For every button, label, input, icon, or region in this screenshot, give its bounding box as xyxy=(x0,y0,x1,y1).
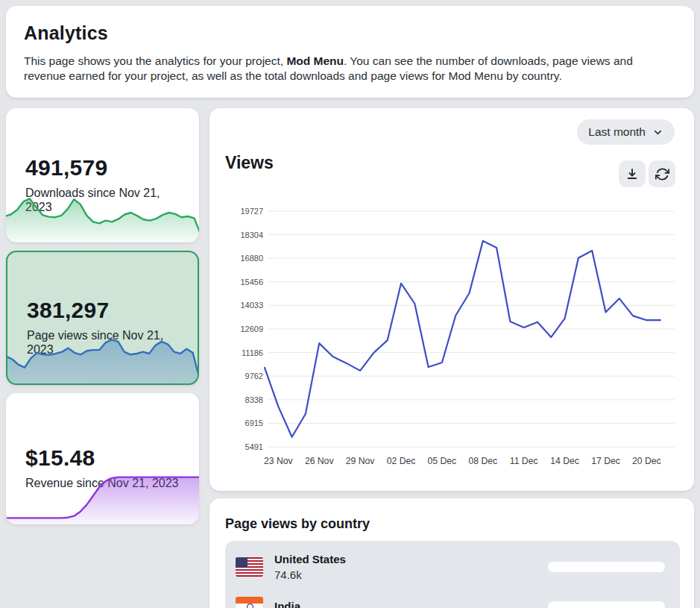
gridlines xyxy=(268,211,675,447)
svg-text:17 Dec: 17 Dec xyxy=(591,456,620,466)
views-chart-area: 1972718304168801545614033126091118697628… xyxy=(227,201,679,474)
page-views-sparkline-chart xyxy=(7,330,198,383)
svg-text:05 Dec: 05 Dec xyxy=(428,456,457,466)
country-info: United States 74.6k xyxy=(274,551,346,583)
country-progress-bar xyxy=(548,601,665,608)
views-panel: Last month Views 19727183041688015456140… xyxy=(209,108,694,491)
svg-text:29 Nov: 29 Nov xyxy=(346,456,376,466)
description-text-1: This page shows you the analytics for yo… xyxy=(24,54,286,67)
header-card: Analytics This page shows you the analyt… xyxy=(6,6,694,98)
svg-text:23 Nov: 23 Nov xyxy=(264,456,294,466)
country-panel: Page views by country United States 74.6… xyxy=(209,498,694,608)
svg-text:14 Dec: 14 Dec xyxy=(550,456,579,466)
svg-text:08 Dec: 08 Dec xyxy=(468,456,497,466)
country-page-views: 74.6k xyxy=(274,567,346,583)
country-row-united-states: United States 74.6k xyxy=(225,547,680,586)
svg-text:8338: 8338 xyxy=(245,395,263,404)
svg-text:11186: 11186 xyxy=(242,348,263,357)
svg-text:16880: 16880 xyxy=(240,254,263,263)
date-range-selector[interactable]: Last month xyxy=(577,119,675,145)
download-icon xyxy=(625,167,639,181)
country-info: India xyxy=(274,598,300,608)
stat-card-downloads[interactable]: 491,579 Downloads since Nov 21, 2023 xyxy=(6,108,199,242)
svg-text:18304: 18304 xyxy=(240,231,263,239)
views-line-chart: 1972718304168801545614033126091118697628… xyxy=(227,201,679,474)
us-flag-icon xyxy=(236,557,263,577)
page-views-count: 381,297 xyxy=(27,298,178,323)
svg-text:12609: 12609 xyxy=(240,325,263,333)
refresh-icon xyxy=(655,167,669,181)
svg-text:5491: 5491 xyxy=(245,442,263,451)
svg-text:9762: 9762 xyxy=(245,372,263,380)
svg-text:19727: 19727 xyxy=(240,207,263,216)
svg-text:20 Dec: 20 Dec xyxy=(632,456,661,466)
country-row-india: India xyxy=(225,586,680,608)
downloads-count: 491,579 xyxy=(25,155,180,181)
project-name: Mod Menu xyxy=(286,54,344,67)
svg-text:02 Dec: 02 Dec xyxy=(387,456,416,466)
downloads-sparkline-chart xyxy=(6,189,199,242)
revenue-sparkline-chart xyxy=(6,468,199,524)
download-chart-button[interactable] xyxy=(619,160,646,187)
page-views-series-line xyxy=(265,241,660,437)
svg-text:11 Dec: 11 Dec xyxy=(510,456,538,466)
svg-text:15456: 15456 xyxy=(240,278,263,286)
stat-card-revenue[interactable]: $15.48 Revenue since Nov 21, 2023 xyxy=(6,393,199,524)
india-flag-icon xyxy=(236,597,263,608)
refresh-chart-button[interactable] xyxy=(649,160,675,187)
country-list[interactable]: United States 74.6k India xyxy=(225,541,680,608)
svg-text:26 Nov: 26 Nov xyxy=(305,456,335,466)
date-range-label: Last month xyxy=(588,125,646,139)
country-name: India xyxy=(274,598,300,608)
views-chart-title: Views xyxy=(225,153,274,173)
stat-card-page-views[interactable]: 381,297 Page views since Nov 21, 2023 xyxy=(6,251,199,385)
country-name: United States xyxy=(274,551,346,567)
page-title: Analytics xyxy=(24,22,676,44)
svg-text:6915: 6915 xyxy=(245,419,263,427)
page-description: This page shows you the analytics for yo… xyxy=(24,54,676,83)
svg-text:14033: 14033 xyxy=(240,301,263,310)
analytics-page: { "colors": { "page_background": "#e4e6e… xyxy=(0,0,700,608)
chevron-down-icon xyxy=(652,127,663,138)
revenue-amount: $15.48 xyxy=(25,445,180,471)
country-progress-bar xyxy=(548,562,665,572)
country-panel-title: Page views by country xyxy=(225,516,694,532)
